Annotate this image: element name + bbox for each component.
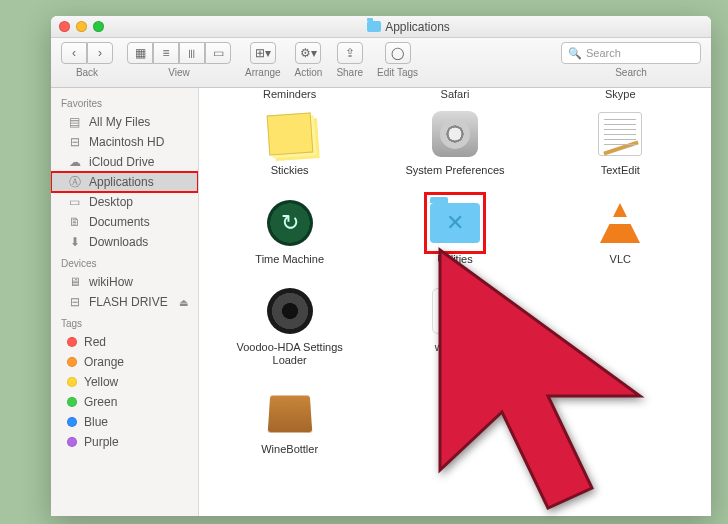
- arrange-button[interactable]: ⊞▾: [250, 42, 276, 64]
- minimize-button[interactable]: [76, 21, 87, 32]
- tag-dot-icon: [67, 377, 77, 387]
- sidebar-item-flash-drive[interactable]: ⊟FLASH DRIVE⏏: [51, 292, 198, 312]
- sidebar-item-blue[interactable]: Blue: [51, 412, 198, 432]
- view-group: ▦ ≡ ⫼ ▭ View: [127, 42, 231, 78]
- apps-icon: Ⓐ: [67, 176, 82, 189]
- tm-icon: ↻: [264, 197, 316, 249]
- tag-dot-icon: [67, 357, 77, 367]
- gear-icon: [429, 108, 481, 160]
- sidebar-item-green[interactable]: Green: [51, 392, 198, 412]
- arrange-group: ⊞▾ Arrange: [245, 42, 281, 78]
- wh-icon: wH: [429, 285, 481, 337]
- share-label: Share: [336, 67, 363, 78]
- app-label: VLC: [610, 253, 631, 266]
- app-label-cut[interactable]: Skype: [542, 88, 699, 102]
- box-icon: [264, 387, 316, 439]
- back-forward-group: ‹ › Back: [61, 42, 113, 78]
- view-column-button[interactable]: ⫼: [179, 42, 205, 64]
- app-label-cut[interactable]: Safari: [376, 88, 533, 102]
- sidebar-item-label: wikiHow: [89, 275, 133, 289]
- share-group: ⇪ Share: [336, 42, 363, 78]
- sidebar-item-orange[interactable]: Orange: [51, 352, 198, 372]
- sidebar[interactable]: Favorites▤All My Files⊟Macintosh HD☁iClo…: [51, 88, 199, 516]
- sidebar-item-label: iCloud Drive: [89, 155, 154, 169]
- sidebar-item-macintosh-hd[interactable]: ⊟Macintosh HD: [51, 132, 198, 152]
- search-icon: 🔍: [568, 47, 582, 60]
- window-body: Favorites▤All My Files⊟Macintosh HD☁iClo…: [51, 88, 711, 516]
- downloads-icon: ⬇: [67, 236, 82, 249]
- share-button[interactable]: ⇪: [337, 42, 363, 64]
- sidebar-section-header: Devices: [51, 252, 198, 272]
- textedit-icon: [594, 108, 646, 160]
- close-button[interactable]: [59, 21, 70, 32]
- app-item-time-machine[interactable]: ↻Time Machine: [211, 191, 368, 272]
- documents-icon: 🗎: [67, 216, 82, 229]
- sidebar-item-all-my-files[interactable]: ▤All My Files: [51, 112, 198, 132]
- sidebar-item-wikihow[interactable]: 🖥wikiHow: [51, 272, 198, 292]
- toolbar: ‹ › Back ▦ ≡ ⫼ ▭ View ⊞▾ Arrange ⚙▾ Acti…: [51, 38, 711, 88]
- app-item-textedit[interactable]: TextEdit: [542, 102, 699, 183]
- computer-icon: 🖥: [67, 276, 82, 289]
- app-label: Stickies: [271, 164, 309, 177]
- forward-button[interactable]: ›: [87, 42, 113, 64]
- window-controls: [59, 21, 104, 32]
- sidebar-item-label: Documents: [89, 215, 150, 229]
- app-label-cut[interactable]: Reminders: [211, 88, 368, 102]
- app-item-wikihow[interactable]: wHwikiHow: [376, 279, 533, 372]
- app-item-empty: [542, 279, 699, 372]
- view-list-button[interactable]: ≡: [153, 42, 179, 64]
- app-label: TextEdit: [601, 164, 640, 177]
- eject-icon[interactable]: ⏏: [179, 297, 188, 308]
- view-coverflow-button[interactable]: ▭: [205, 42, 231, 64]
- back-button[interactable]: ‹: [61, 42, 87, 64]
- app-item-voodoo-hda-settings-loader[interactable]: Voodoo-HDA Settings Loader: [211, 279, 368, 372]
- view-label: View: [168, 67, 190, 78]
- arrange-label: Arrange: [245, 67, 281, 78]
- sidebar-item-red[interactable]: Red: [51, 332, 198, 352]
- app-item-winebottler[interactable]: WineBottler: [211, 381, 368, 462]
- sidebar-item-label: Red: [84, 335, 106, 349]
- view-icon-button[interactable]: ▦: [127, 42, 153, 64]
- app-label: Time Machine: [255, 253, 324, 266]
- sidebar-item-label: Blue: [84, 415, 108, 429]
- zoom-button[interactable]: [93, 21, 104, 32]
- vlc-icon: [594, 197, 646, 249]
- tag-dot-icon: [67, 337, 77, 347]
- sidebar-item-applications[interactable]: ⒶApplications: [51, 172, 198, 192]
- search-label: Search: [615, 67, 647, 78]
- app-item-system-preferences[interactable]: System Preferences: [376, 102, 533, 183]
- sidebar-item-documents[interactable]: 🗎Documents: [51, 212, 198, 232]
- sidebar-item-label: Yellow: [84, 375, 118, 389]
- search-placeholder: Search: [586, 47, 621, 59]
- search-input[interactable]: 🔍 Search: [561, 42, 701, 64]
- tag-dot-icon: [67, 397, 77, 407]
- app-label: WineBottler: [261, 443, 318, 456]
- app-item-stickies[interactable]: Stickies: [211, 102, 368, 183]
- sidebar-item-purple[interactable]: Purple: [51, 432, 198, 452]
- finder-window: Applications ‹ › Back ▦ ≡ ⫼ ▭ View ⊞▾ Ar…: [51, 16, 711, 516]
- folder-icon: [367, 21, 381, 32]
- app-label: wikiHow: [435, 341, 475, 354]
- partial-row: RemindersSafariSkype: [199, 88, 711, 102]
- desktop-icon: ▭: [67, 196, 82, 209]
- util-icon: [429, 197, 481, 249]
- sidebar-item-desktop[interactable]: ▭Desktop: [51, 192, 198, 212]
- app-grid: StickiesSystem PreferencesTextEdit↻Time …: [199, 102, 711, 481]
- titlebar[interactable]: Applications: [51, 16, 711, 38]
- window-title: Applications: [114, 20, 703, 34]
- sidebar-item-label: Applications: [89, 175, 154, 189]
- app-item-vlc[interactable]: VLC: [542, 191, 699, 272]
- sidebar-item-label: Macintosh HD: [89, 135, 164, 149]
- action-button[interactable]: ⚙▾: [295, 42, 321, 64]
- sidebar-item-label: Downloads: [89, 235, 148, 249]
- sidebar-item-yellow[interactable]: Yellow: [51, 372, 198, 392]
- sidebar-section-header: Tags: [51, 312, 198, 332]
- stickies-icon: [264, 108, 316, 160]
- sidebar-section-header: Favorites: [51, 92, 198, 112]
- sidebar-item-icloud-drive[interactable]: ☁iCloud Drive: [51, 152, 198, 172]
- cloud-icon: ☁: [67, 156, 82, 169]
- app-item-utilities[interactable]: Utilities: [376, 191, 533, 272]
- content-area[interactable]: RemindersSafariSkype StickiesSystem Pref…: [199, 88, 711, 516]
- edit-tags-button[interactable]: ◯: [385, 42, 411, 64]
- sidebar-item-downloads[interactable]: ⬇Downloads: [51, 232, 198, 252]
